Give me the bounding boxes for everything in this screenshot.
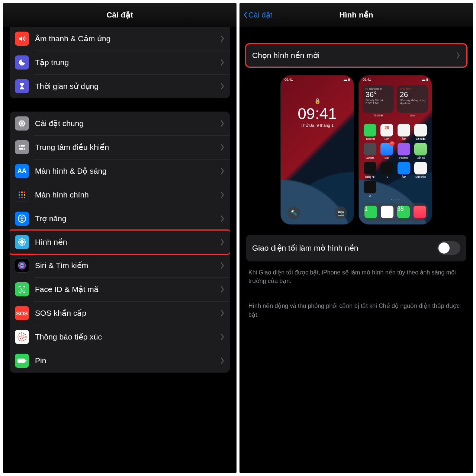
footnote-2: Hình nền động và thu phóng phối cảnh bị … (246, 297, 466, 323)
settings-row-exposure[interactable]: Thông báo tiếp xúc (10, 325, 230, 349)
exposure-icon (15, 330, 29, 344)
app-Đồng hồ: Đồng hồ (363, 162, 377, 178)
settings-body[interactable]: Âm thanh & Cảm ứngTập trungThời gian sử … (3, 27, 237, 473)
gear-icon (15, 116, 29, 131)
app-Lịch: 26Lịch (380, 124, 395, 141)
settings-title: Cài đặt (106, 10, 133, 19)
chevron-right-icon (220, 239, 225, 245)
chevron-right-icon (220, 192, 225, 198)
svg-point-3 (20, 145, 21, 147)
choose-wallpaper-row[interactable]: Chọn hình nền mới (245, 43, 467, 68)
svg-rect-12 (19, 197, 20, 198)
row-label: SOS khẩn cấp (35, 309, 220, 318)
settings-row-toggles[interactable]: Trung tâm điều khiển (10, 135, 230, 159)
svg-rect-8 (24, 192, 25, 193)
chevron-right-icon (220, 286, 225, 293)
row-label: Face ID & Mật mã (35, 285, 220, 294)
chevron-right-icon (220, 120, 225, 127)
flashlight-icon: 🔦 (287, 206, 300, 219)
settings-row-moon[interactable]: Tập trung (10, 51, 230, 74)
back-button[interactable]: Cài đặt (243, 10, 272, 19)
app-Podcast: Podcast (396, 143, 411, 160)
dim-wallpaper-label: Giao diện tối làm mờ hình nền (252, 244, 437, 253)
row-label: Trợ năng (35, 214, 220, 223)
dim-wallpaper-toggle[interactable] (437, 241, 460, 255)
grid-icon (15, 188, 29, 202)
dock-Phone: 1 (364, 206, 377, 218)
settings-row-siri[interactable]: Siri & Tìm kiếm (10, 254, 230, 277)
settings-row-flower[interactable]: Hình nền (10, 229, 230, 255)
settings-row-battery[interactable]: Pin (10, 349, 230, 373)
wallpaper-body[interactable]: Chọn hình nền mới 09:41 ▬ ▮ 🔒 09:41 Thứ … (239, 27, 473, 473)
settings-group-2: Cài đặt chungTrung tâm điều khiểnAAMàn h… (10, 112, 230, 373)
row-label: Cài đặt chung (35, 119, 220, 128)
svg-rect-11 (24, 194, 25, 196)
flower-icon (15, 235, 29, 249)
chevron-right-icon (220, 357, 225, 364)
chevron-right-icon (220, 262, 225, 269)
app-grid: FaceTime26LịchẢnhLời nhắcCamera43MailPod… (363, 124, 428, 197)
row-label: Hình nền (35, 238, 220, 247)
svg-rect-7 (21, 192, 23, 193)
chevron-right-icon (456, 52, 460, 59)
settings-row-sos[interactable]: SOSSOS khẩn cấp (10, 301, 230, 325)
row-label: Âm thanh & Cảm ứng (35, 34, 220, 43)
dock-Safari (381, 206, 393, 218)
row-label: Màn hình chính (35, 190, 220, 199)
svg-rect-6 (19, 192, 20, 193)
moon-icon (15, 55, 29, 70)
wallpaper-panel: Cài đặt Hình nền Chọn hình nền mới 09:41… (239, 3, 473, 473)
row-label: Thông báo tiếp xúc (35, 332, 220, 341)
homescreen-preview[interactable]: 09:41 ▬ ▮ H. Trảng Bom 36° Có mây Vài nơ… (359, 75, 432, 224)
svg-rect-14 (24, 197, 25, 198)
back-label: Cài đặt (248, 10, 272, 19)
svg-point-32 (21, 336, 22, 337)
aa-icon: AA (15, 164, 29, 178)
faceid-icon (15, 282, 29, 296)
app-Lời nhắc: Lời nhắc (414, 124, 428, 141)
accessibility-icon (15, 212, 29, 226)
app-Camera: Camera (363, 143, 377, 160)
wallpaper-previews: 09:41 ▬ ▮ 🔒 09:41 Thứ Ba, 9 tháng 1 🔦 📷 (246, 75, 466, 224)
lock-date: Thứ Ba, 9 tháng 1 (281, 123, 354, 128)
settings-row-sound[interactable]: Âm thanh & Cảm ứng (10, 27, 230, 51)
chevron-right-icon (220, 83, 225, 90)
chevron-right-icon (220, 144, 225, 151)
app-Ảnh: Ảnh (396, 162, 411, 178)
dim-wallpaper-row: Giao diện tối làm mờ hình nền (246, 235, 466, 261)
wallpaper-header: Cài đặt Hình nền (239, 3, 473, 27)
settings-row-grid[interactable]: Màn hình chính (10, 183, 230, 207)
home-statusbar: 09:41 ▬ ▮ (363, 78, 428, 81)
row-label: Trung tâm điều khiển (35, 143, 220, 152)
svg-rect-9 (19, 194, 20, 196)
app-TV: TV (380, 162, 395, 178)
hourglass-icon (15, 79, 29, 93)
app-Sức khỏe: Sức khỏe (414, 162, 428, 178)
chevron-right-icon (220, 215, 225, 222)
settings-row-faceid[interactable]: Face ID & Mật mã (10, 277, 230, 301)
app-Ảnh: Ảnh (396, 124, 411, 141)
row-label: Siri & Tìm kiếm (35, 261, 220, 270)
row-label: Màn hình & Độ sáng (35, 167, 220, 176)
settings-row-hourglass[interactable]: Thời gian sử dụng (10, 74, 230, 98)
settings-row-accessibility[interactable]: Trợ năng (10, 207, 230, 231)
sos-icon: SOS (15, 306, 29, 320)
chevron-right-icon (220, 310, 225, 316)
calendar-widget: THỨ BẢY 26 Hôm nay không có sự kiện khác (397, 85, 428, 113)
settings-group-1: Âm thanh & Cảm ứngTập trungThời gian sử … (10, 27, 230, 98)
settings-row-aa[interactable]: AAMàn hình & Độ sáng (10, 159, 230, 183)
settings-row-gear[interactable]: Cài đặt chung (10, 112, 230, 135)
chevron-right-icon (220, 35, 225, 42)
app-FaceTime: FaceTime (363, 124, 377, 141)
camera-icon: 📷 (334, 206, 347, 219)
chevron-left-icon (243, 12, 248, 18)
dock: 138 (363, 203, 428, 221)
lock-icon: 🔒 (281, 98, 354, 104)
lockscreen-preview[interactable]: 09:41 ▬ ▮ 🔒 09:41 Thứ Ba, 9 tháng 1 🔦 📷 (281, 75, 354, 224)
battery-icon (15, 354, 29, 368)
svg-rect-34 (25, 360, 26, 362)
row-label: Thời gian sử dụng (35, 82, 220, 91)
weather-widget: H. Trảng Bom 36° Có mây Vài nơi C:36° T:… (363, 85, 394, 113)
toggles-icon (15, 140, 29, 154)
svg-rect-33 (17, 358, 25, 363)
